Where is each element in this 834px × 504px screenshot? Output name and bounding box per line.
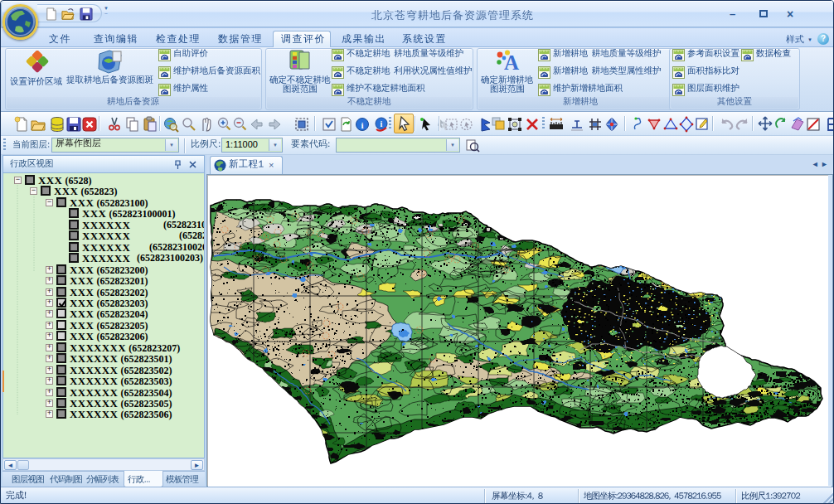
svg-text:i: i [381, 119, 383, 128]
svg-text:i: i [361, 120, 363, 130]
